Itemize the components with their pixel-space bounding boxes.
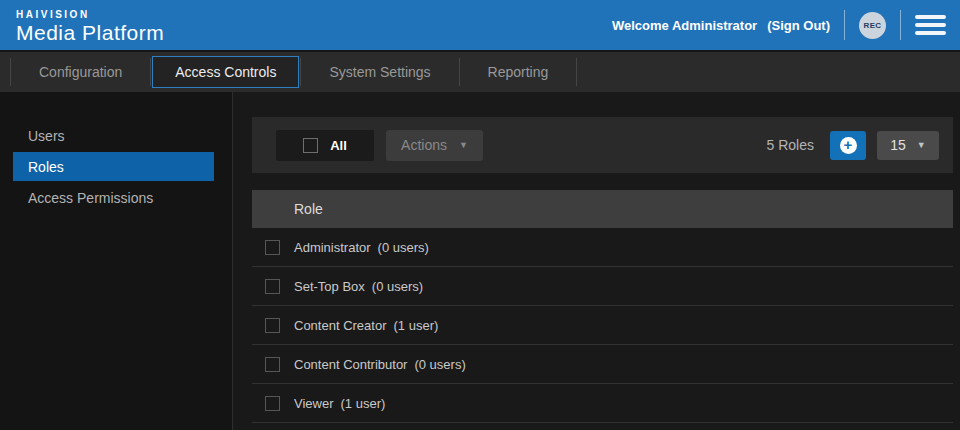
roles-toolbar: All Actions ▼ 5 Roles + 15 ▼	[252, 117, 953, 173]
rec-badge[interactable]: REC	[859, 12, 886, 39]
header-divider	[900, 10, 901, 40]
role-user-count: (0 users)	[414, 357, 465, 372]
table-row-administrator[interactable]: Administrator (0 users)	[252, 228, 953, 267]
tab-separator	[150, 58, 151, 86]
tab-access-controls[interactable]: Access Controls	[152, 56, 299, 88]
role-name: Set-Top Box	[294, 279, 365, 294]
sidebar-item-access-permissions[interactable]: Access Permissions	[13, 183, 214, 212]
sidebar: Users Roles Access Permissions	[0, 92, 233, 430]
page-body: Users Roles Access Permissions All Actio…	[0, 92, 960, 430]
select-all-checkbox[interactable]	[303, 138, 318, 153]
role-user-count: (1 user)	[341, 396, 386, 411]
role-user-count: (1 user)	[394, 318, 439, 333]
tab-reporting[interactable]: Reporting	[461, 56, 576, 88]
tab-system-settings[interactable]: System Settings	[302, 56, 457, 88]
table-row-content-contributor[interactable]: Content Contributor (0 users)	[252, 345, 953, 384]
tab-separator	[10, 58, 11, 86]
tab-separator	[576, 58, 577, 86]
tab-configuration[interactable]: Configuration	[12, 56, 149, 88]
row-checkbox[interactable]	[265, 318, 280, 333]
header-right: Welcome Administrator (Sign Out) REC	[612, 0, 946, 50]
actions-label: Actions	[401, 137, 447, 153]
select-all-label: All	[330, 138, 347, 153]
product-name: Media Platform	[16, 22, 164, 43]
role-name: Administrator	[294, 240, 371, 255]
role-name: Viewer	[294, 396, 334, 411]
sign-out-link[interactable]: (Sign Out)	[767, 18, 830, 33]
table-row-viewer[interactable]: Viewer (1 user)	[252, 384, 953, 423]
chevron-down-icon: ▼	[917, 141, 926, 150]
role-name: Content Contributor	[294, 357, 407, 372]
chevron-down-icon: ▼	[459, 141, 468, 150]
brand-name: HAIVISION	[16, 10, 164, 20]
row-checkbox[interactable]	[265, 396, 280, 411]
row-checkbox[interactable]	[265, 240, 280, 255]
role-user-count: (0 users)	[372, 279, 423, 294]
header-divider	[844, 10, 845, 40]
page-size-value: 15	[890, 137, 906, 153]
role-user-count: (0 users)	[378, 240, 429, 255]
page-size-dropdown[interactable]: 15 ▼	[877, 131, 939, 160]
table-row-set-top-box[interactable]: Set-Top Box (0 users)	[252, 267, 953, 306]
tab-separator	[459, 58, 460, 86]
brand-logo: HAIVISION Media Platform	[16, 8, 164, 43]
table-header-role: Role	[252, 190, 953, 228]
menu-hamburger-icon[interactable]	[915, 11, 946, 39]
sidebar-item-roles[interactable]: Roles	[13, 152, 214, 181]
main-nav-tabs: Configuration Access Controls System Set…	[0, 50, 960, 92]
table-row-content-creator[interactable]: Content Creator (1 user)	[252, 306, 953, 345]
row-checkbox[interactable]	[265, 279, 280, 294]
select-all-button[interactable]: All	[276, 130, 374, 161]
app-header: HAIVISION Media Platform Welcome Adminis…	[0, 0, 960, 50]
tab-separator	[300, 58, 301, 86]
sidebar-item-users[interactable]: Users	[13, 121, 214, 150]
main-content: All Actions ▼ 5 Roles + 15 ▼ Role	[233, 92, 960, 430]
plus-icon: +	[840, 137, 857, 154]
roles-table: Role Administrator (0 users) Set-Top Box…	[252, 190, 953, 423]
app-window: HAIVISION Media Platform Welcome Adminis…	[0, 0, 960, 430]
roles-count: 5 Roles	[767, 137, 814, 153]
welcome-text: Welcome Administrator	[612, 18, 757, 33]
role-name: Content Creator	[294, 318, 387, 333]
actions-dropdown[interactable]: Actions ▼	[386, 130, 483, 161]
row-checkbox[interactable]	[265, 357, 280, 372]
add-role-button[interactable]: +	[830, 131, 866, 160]
